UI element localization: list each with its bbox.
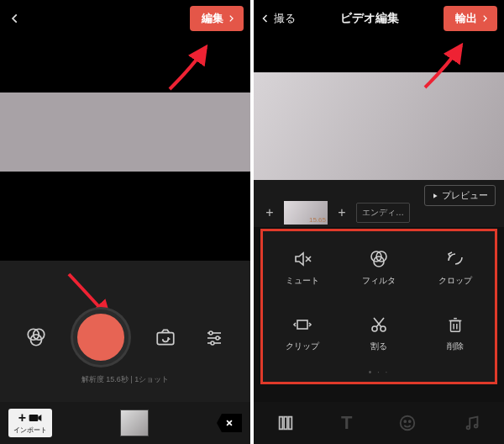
- record-button[interactable]: [73, 309, 129, 365]
- camera-screen: 編集: [0, 0, 250, 444]
- tool-crop[interactable]: クロップ: [418, 236, 491, 299]
- chevron-right-icon: [480, 14, 489, 23]
- trash-icon: [444, 314, 466, 336]
- tool-clip[interactable]: クリップ: [266, 302, 339, 364]
- timeline-clip[interactable]: 15.65: [284, 201, 328, 225]
- import-button[interactable]: + インポート: [8, 409, 52, 437]
- ending-chip[interactable]: エンディ…: [356, 203, 410, 223]
- back-button[interactable]: [7, 10, 24, 27]
- import-icon: +: [18, 411, 42, 425]
- back-label: 撮る: [274, 11, 296, 26]
- close-icon: [225, 419, 234, 427]
- viewfinder-bottom-black: [0, 172, 250, 261]
- tool-filter[interactable]: フィルタ: [343, 236, 416, 299]
- crop-icon: [444, 248, 466, 270]
- tool-cut[interactable]: 割る: [343, 302, 416, 364]
- tool-label: フィルタ: [362, 275, 396, 287]
- svg-point-31: [401, 416, 415, 431]
- edit-button-label: 編集: [202, 11, 223, 26]
- export-button[interactable]: 輸出: [444, 6, 497, 31]
- svg-point-7: [209, 331, 213, 335]
- flip-camera-icon[interactable]: [154, 325, 177, 349]
- filter-icon: [368, 248, 390, 270]
- camera-lower-panel: 解析度 15.6秒 | 1ショット + インポート: [0, 261, 250, 444]
- back-to-camera-button[interactable]: 撮る: [260, 11, 296, 26]
- camera-topbar: 編集: [0, 0, 250, 37]
- edit-button[interactable]: 編集: [190, 6, 244, 31]
- scissors-icon: [368, 314, 390, 336]
- tool-label: クリップ: [286, 341, 319, 352]
- svg-point-9: [211, 341, 214, 345]
- tab-music[interactable]: [463, 414, 481, 432]
- camera-controls: [0, 309, 250, 365]
- preview-top-black: [254, 37, 504, 72]
- video-preview[interactable]: [254, 72, 504, 180]
- delete-clip-button[interactable]: [217, 414, 242, 432]
- tab-layers[interactable]: [276, 414, 295, 432]
- svg-point-33: [409, 420, 411, 422]
- clip-duration: 15.65: [309, 216, 326, 224]
- tool-label: 削除: [447, 341, 464, 352]
- editor-screen: 撮る ビデオ編集 輸出 プレビュー + 15.65: [254, 0, 504, 444]
- add-clip-before-button[interactable]: +: [262, 205, 277, 220]
- settings-slider-icon[interactable]: [202, 325, 226, 349]
- svg-rect-28: [280, 417, 283, 430]
- viewfinder-preview: [0, 92, 250, 172]
- timeline-area: プレビュー + 15.65 + エンディ…: [254, 180, 504, 227]
- mute-icon: [291, 248, 313, 270]
- export-button-label: 輸出: [455, 11, 477, 26]
- tool-grid: ミュート フィルタ クロップ: [266, 236, 491, 364]
- add-clip-after-button[interactable]: +: [334, 205, 349, 220]
- tool-label: ミュート: [286, 275, 319, 287]
- tab-text[interactable]: T: [341, 412, 352, 434]
- viewfinder-top-black: [0, 37, 250, 92]
- svg-rect-10: [29, 415, 39, 421]
- tool-panel-highlight: ミュート フィルタ クロップ: [260, 229, 497, 384]
- clip-thumbnail[interactable]: [120, 410, 149, 436]
- tab-sticker[interactable]: [398, 414, 417, 432]
- tool-label: 割る: [370, 341, 387, 352]
- shot-info-text: 解析度 15.6秒 | 1ショット: [0, 374, 250, 385]
- svg-rect-23: [450, 320, 459, 331]
- svg-point-32: [404, 420, 406, 422]
- chevron-left-icon: [260, 13, 270, 24]
- editor-title: ビデオ編集: [340, 11, 399, 26]
- tool-mute[interactable]: ミュート: [266, 236, 339, 299]
- clip-row: + 15.65 + エンディ…: [254, 198, 504, 227]
- filter-icon[interactable]: [24, 325, 48, 349]
- svg-rect-3: [157, 333, 174, 345]
- import-label: インポート: [13, 426, 47, 435]
- tool-label: クロップ: [438, 275, 472, 287]
- editor-bottom-tabs: T: [254, 402, 504, 444]
- tool-delete[interactable]: 削除: [418, 302, 491, 364]
- svg-point-34: [466, 426, 470, 430]
- editor-topbar: 撮る ビデオ編集 輸出: [254, 0, 504, 37]
- clip-icon: [291, 314, 313, 336]
- svg-point-35: [474, 425, 477, 428]
- camera-bottom-bar: + インポート: [0, 402, 250, 444]
- page-dots: • · ·: [266, 367, 491, 377]
- chevron-right-icon: [227, 14, 235, 23]
- svg-rect-29: [284, 417, 287, 430]
- svg-rect-18: [297, 320, 307, 329]
- svg-rect-30: [289, 417, 292, 430]
- svg-point-8: [216, 336, 219, 340]
